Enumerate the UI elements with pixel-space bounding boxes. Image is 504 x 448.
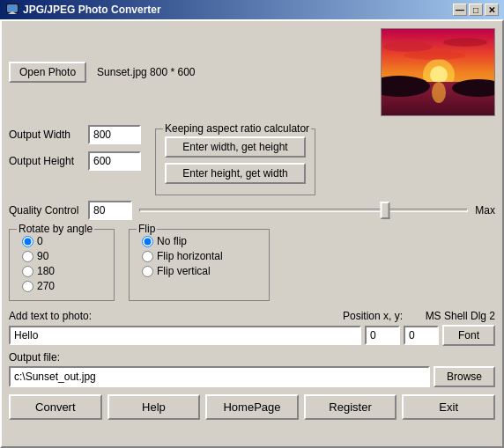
width-row: Output Width xyxy=(9,125,141,144)
aspect-group-title: Keeping aspect ratio calculator xyxy=(163,122,311,135)
quality-slider-track xyxy=(139,209,468,212)
flip-horizontal-label: Flip horizontal xyxy=(157,250,223,262)
width-label: Output Width xyxy=(9,129,88,141)
width-input[interactable] xyxy=(88,125,141,144)
rotate-group: Rotate by angle 0 90 180 270 xyxy=(9,229,115,301)
rotate-90-item: 90 xyxy=(22,250,101,262)
toolbar-row: Open Photo Sunset.jpg 800 * 600 xyxy=(9,28,495,116)
add-text-label: Add text to photo: xyxy=(9,310,333,322)
flip-group: Flip No flip Flip horizontal Flip vertic… xyxy=(129,229,270,301)
flip-vertical-label: Flip vertical xyxy=(157,265,211,277)
flip-horizontal-item: Flip horizontal xyxy=(142,250,256,262)
convert-button[interactable]: Convert xyxy=(9,394,102,420)
flip-none-item: No flip xyxy=(142,235,256,247)
svg-point-6 xyxy=(383,41,433,52)
pos-x-input[interactable] xyxy=(365,326,400,345)
height-label: Output Height xyxy=(9,155,88,167)
position-label: Position x, y: xyxy=(333,310,412,322)
minimize-button[interactable]: — xyxy=(453,4,467,16)
homepage-button[interactable]: HomePage xyxy=(205,394,299,420)
svg-point-7 xyxy=(443,38,487,47)
window-title: JPG/JPEG Photo Converter xyxy=(23,4,453,16)
flip-none-radio[interactable] xyxy=(142,236,153,247)
height-input[interactable] xyxy=(88,151,141,171)
rotate-270-radio[interactable] xyxy=(22,281,33,292)
register-button[interactable]: Register xyxy=(304,394,397,420)
exit-button[interactable]: Exit xyxy=(402,394,495,420)
rotate-270-label: 270 xyxy=(37,280,55,292)
text-section: Add text to photo: Position x, y: MS She… xyxy=(9,310,495,346)
dims-section: Output Width Output Height Keeping aspec… xyxy=(9,125,495,195)
svg-rect-1 xyxy=(8,5,17,11)
svg-point-8 xyxy=(404,51,465,60)
rotate-180-item: 180 xyxy=(22,265,101,277)
bottom-buttons: Convert Help HomePage Register Exit xyxy=(9,394,495,420)
enter-height-button[interactable]: Enter height, get width xyxy=(165,163,306,184)
open-photo-button[interactable]: Open Photo xyxy=(9,62,86,83)
app-icon xyxy=(5,3,19,17)
rotate-90-radio[interactable] xyxy=(22,251,33,262)
output-input[interactable] xyxy=(9,366,430,387)
title-bar: JPG/JPEG Photo Converter — □ ✕ xyxy=(0,0,504,19)
rotate-90-label: 90 xyxy=(37,250,48,262)
font-name-display: MS Shell Dlg 2 xyxy=(416,310,495,322)
close-button[interactable]: ✕ xyxy=(485,4,499,16)
options-row: Rotate by angle 0 90 180 270 Flip xyxy=(9,229,495,301)
file-info: Sunset.jpg 800 * 600 xyxy=(97,66,195,78)
photo-preview xyxy=(381,28,495,116)
flip-horizontal-radio[interactable] xyxy=(142,251,153,262)
rotate-0-radio[interactable] xyxy=(22,236,33,247)
text-input[interactable] xyxy=(9,326,361,345)
help-button[interactable]: Help xyxy=(107,394,201,420)
svg-rect-14 xyxy=(465,85,495,92)
rotate-0-label: 0 xyxy=(37,235,43,247)
aspect-group: Keeping aspect ratio calculator Enter wi… xyxy=(155,125,315,195)
output-section: Output file: Browse xyxy=(9,351,495,387)
quality-row: Quality Control Max xyxy=(9,201,495,220)
text-input-row: Font xyxy=(9,325,495,346)
dims-left: Output Width Output Height xyxy=(9,125,141,195)
quality-input[interactable] xyxy=(88,201,132,220)
font-button[interactable]: Font xyxy=(442,325,495,346)
rotate-180-label: 180 xyxy=(37,265,55,277)
rotate-270-item: 270 xyxy=(22,280,101,292)
flip-group-title: Flip xyxy=(137,223,157,235)
browse-button[interactable]: Browse xyxy=(434,366,495,387)
text-label-row: Add text to photo: Position x, y: MS She… xyxy=(9,310,495,322)
flip-vertical-radio[interactable] xyxy=(142,266,153,277)
output-label: Output file: xyxy=(9,351,495,364)
height-row: Output Height xyxy=(9,151,141,171)
pos-y-input[interactable] xyxy=(404,326,439,345)
svg-point-5 xyxy=(430,66,448,84)
flip-vertical-item: Flip vertical xyxy=(142,265,256,277)
flip-none-label: No flip xyxy=(157,235,187,247)
maximize-button[interactable]: □ xyxy=(469,4,483,16)
output-row: Browse xyxy=(9,366,495,387)
enter-width-button[interactable]: Enter width, get height xyxy=(165,136,306,158)
max-label: Max xyxy=(475,204,495,217)
aspect-group-box: Keeping aspect ratio calculator Enter wi… xyxy=(155,129,315,195)
quality-slider-thumb[interactable] xyxy=(381,202,390,219)
svg-point-10 xyxy=(432,82,446,103)
main-window: Open Photo Sunset.jpg 800 * 600 xyxy=(0,19,504,448)
quality-label: Quality Control xyxy=(9,204,88,217)
rotate-180-radio[interactable] xyxy=(22,266,33,277)
rotate-0-item: 0 xyxy=(22,235,101,247)
window-controls: — □ ✕ xyxy=(453,4,499,16)
svg-rect-13 xyxy=(382,84,412,92)
rotate-group-title: Rotate by angle xyxy=(17,223,94,235)
